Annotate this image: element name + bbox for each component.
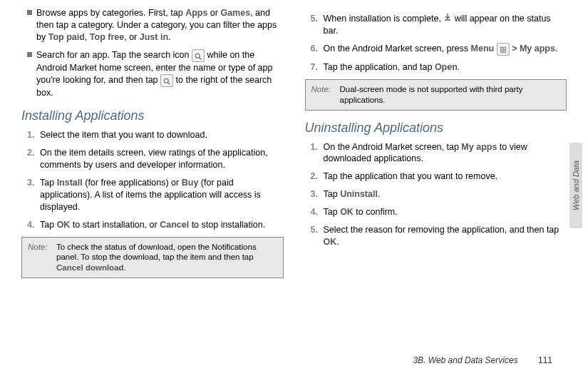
page-footer: 3B. Web and Data Services 111 [413,355,552,365]
text: When installation is complete, [324,14,444,24]
step-number: 3. [311,188,324,200]
bold-text: Uninstall [340,189,378,199]
step-number: 4. [311,206,324,218]
step-number: 5. [311,224,324,248]
bold-text: My apps [461,142,497,152]
text: . [458,62,460,72]
bold-text: Games [220,8,250,18]
bullet-search: Search for an app. Tap the search icon w… [21,49,284,99]
step-number: 3. [27,177,40,213]
bold-text: Install [57,178,83,188]
text: . [555,44,557,54]
uninstall-step-3: 3. Tap Uninstall. [311,188,567,200]
bold-text: OK [324,237,337,247]
svg-rect-4 [500,47,502,49]
bold-text: Apps [185,8,207,18]
step-3: 3. Tap Install (for free applications) o… [27,177,284,213]
bold-text: Open [435,62,458,72]
text: to confirm. [354,207,398,217]
step-number: 2. [27,147,40,171]
footer-title: 3B. Web and Data Services [413,355,517,365]
text: to start installation, or [70,220,160,230]
bold-text: > [510,44,520,54]
note-label: Note: [311,84,340,106]
svg-point-0 [195,54,200,58]
bold-text: Menu [471,44,495,54]
search-icon [192,49,205,62]
text: Tap [40,220,57,230]
heading-installing: Installing Applications [21,108,284,123]
text: Browse apps by categories. First, tap [36,8,185,18]
svg-line-3 [168,82,170,84]
menu-icon [497,43,510,56]
bold-text: Just in [140,32,168,42]
search-go-icon [160,74,173,87]
step-number: 6. [311,43,324,56]
text: (for free applications) or [83,178,182,188]
text: Tap [324,207,341,217]
step-number: 2. [311,171,324,183]
note-label: Note: [28,242,56,274]
step-number: 1. [311,141,324,166]
step-1: 1. Select the item that you want to down… [27,129,284,141]
right-column: 5. When installation is complete, will a… [294,7,567,328]
page-number: 111 [538,355,552,365]
note-text: To check the status of download, open th… [56,243,257,262]
bullet-icon [27,10,32,15]
step-number: 4. [27,219,40,231]
note-box-1: Note: To check the status of download, o… [21,237,284,279]
left-column: Browse apps by categories. First, tap Ap… [21,7,294,328]
heading-uninstalling: Uninstalling Applications [305,121,567,136]
text: Tap the application, and tap [324,62,435,72]
bold-text: My apps [520,44,555,54]
page-content: Browse apps by categories. First, tap Ap… [0,0,588,328]
bold-text: OK [57,220,71,230]
step-text: Select the item that you want to downloa… [40,129,207,141]
text: Select the reason for removing the appli… [324,225,559,235]
bold-text: Cancel download [56,263,124,272]
step-number: 1. [27,129,40,141]
text: or [207,8,220,18]
text: Tap [40,178,57,188]
step-2: 2. On the item details screen, view rati… [27,147,284,171]
bullet-icon [27,52,32,57]
download-complete-icon [443,14,452,24]
bold-text: Top free [90,32,124,42]
text: . [124,263,126,272]
uninstall-step-1: 1. On the Android Market screen, tap My … [311,141,567,166]
text: . [378,189,380,199]
bullet-browse: Browse apps by categories. First, tap Ap… [21,7,284,44]
text: . [336,237,339,247]
text: On the Android Market screen, press [324,44,471,54]
note-box-2: Note: Dual-screen mode is not supported … [305,79,567,111]
svg-rect-6 [500,51,502,53]
step-7: 7. Tap the application, and tap Open. [311,61,567,73]
text: On the Android Market screen, tap [324,142,462,152]
text: , or [124,32,140,42]
text: . [168,32,170,42]
step-6: 6. On the Android Market screen, press M… [311,43,567,56]
section-tab: Web and Data [569,143,582,228]
svg-rect-5 [503,47,505,49]
text: Search for an app. Tap the search icon [36,50,192,60]
uninstall-step-4: 4. Tap OK to confirm. [311,206,567,218]
step-number: 7. [311,61,324,73]
text: , [85,32,90,42]
step-number: 5. [311,13,324,37]
uninstall-step-5: 5. Select the reason for removing the ap… [311,224,567,248]
step-text: On the item details screen, view ratings… [40,147,284,171]
svg-point-2 [164,78,168,83]
step-text: Tap the application that you want to rem… [324,171,498,183]
bold-text: Cancel [160,220,189,230]
uninstall-step-2: 2. Tap the application that you want to … [311,171,567,183]
svg-rect-7 [503,51,505,53]
note-text: Dual-screen mode is not supported with t… [340,84,561,106]
svg-line-1 [199,57,201,59]
step-5: 5. When installation is complete, will a… [311,13,567,37]
bold-text: Buy [182,178,199,188]
step-4: 4. Tap OK to start installation, or Canc… [27,219,284,231]
bold-text: OK [340,207,354,217]
text: to stop installation. [189,220,265,230]
text: Tap [324,189,341,199]
bold-text: Top paid [48,32,85,42]
